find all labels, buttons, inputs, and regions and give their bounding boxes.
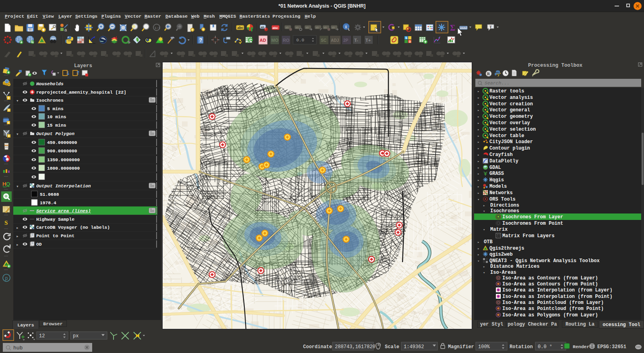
- svg-text:Hqgis: Hqgis: [489, 177, 504, 183]
- svg-text:Vector selection: Vector selection: [489, 127, 536, 132]
- svg-text:Coordinate: Coordinate: [303, 344, 332, 350]
- svg-text:SC: SC: [321, 38, 326, 43]
- svg-text:p: p: [5, 276, 8, 281]
- svg-text:T-: T-: [354, 38, 358, 43]
- svg-text:Service area (lines): Service area (lines): [36, 209, 91, 213]
- svg-text:Distance Matrices: Distance Matrices: [490, 264, 539, 269]
- svg-text:▸: ▸: [483, 204, 485, 208]
- svg-text:GDAL: GDAL: [489, 165, 501, 170]
- svg-text:T+: T+: [365, 38, 371, 43]
- svg-text:Layers: Layers: [74, 63, 92, 69]
- svg-text:▸: ▸: [477, 185, 479, 189]
- svg-text:Highway Sample: Highway Sample: [36, 217, 74, 222]
- svg-text:reprojected_amenity_hospital [: reprojected_amenity_hospital [22]: [36, 90, 126, 95]
- svg-text:▾: ▾: [483, 209, 485, 213]
- svg-text:Matrix: Matrix: [490, 227, 508, 232]
- svg-text:Search...: Search...: [485, 80, 510, 86]
- svg-text:Households: Households: [36, 82, 64, 86]
- svg-text:▸: ▸: [16, 242, 19, 247]
- svg-text:450.0000000: 450.0000000: [47, 140, 77, 145]
- svg-text:▸: ▸: [477, 96, 479, 100]
- svg-text:Point to Point: Point to Point: [36, 234, 74, 238]
- svg-text:Vector table: Vector table: [489, 133, 524, 139]
- svg-text:ORS Tools: ORS Tools: [489, 197, 516, 202]
- svg-text:R: R: [487, 72, 490, 76]
- svg-text:H: H: [2, 181, 6, 187]
- svg-text:▸: ▸: [477, 128, 479, 132]
- svg-text:GRASS: GRASS: [489, 171, 504, 176]
- svg-text:CityJSON Loader: CityJSON Loader: [489, 139, 533, 145]
- svg-text:▸: ▸: [477, 134, 479, 138]
- svg-text:ab: ab: [332, 26, 335, 29]
- svg-text:abc: abc: [237, 26, 244, 30]
- svg-text:▸: ▸: [477, 166, 479, 170]
- svg-text:?: ?: [199, 37, 202, 43]
- svg-text:abc: abc: [272, 26, 278, 30]
- svg-text:▾: ▾: [477, 259, 479, 263]
- svg-text:Output Interpolation: Output Interpolation: [36, 184, 91, 189]
- svg-text:i: i: [345, 24, 347, 29]
- svg-text:Output Polygon: Output Polygon: [36, 131, 74, 136]
- svg-text:▸: ▸: [477, 240, 479, 244]
- svg-text:▾: ▾: [483, 271, 485, 275]
- svg-text:QNEAT3 - Qgis Network Analysis: QNEAT3 - Qgis Network Analysis Toolbox: [489, 258, 600, 264]
- svg-text:▸: ▸: [477, 90, 479, 94]
- svg-text:12: 12: [39, 333, 45, 339]
- svg-text:ab: ab: [324, 26, 327, 29]
- svg-text:900.0000000: 900.0000000: [47, 149, 77, 154]
- svg-text:px: px: [73, 333, 78, 339]
- svg-text:▸: ▸: [477, 253, 479, 257]
- svg-text:EPSG:32651: EPSG:32651: [597, 344, 626, 350]
- svg-text:hub: hub: [13, 345, 23, 351]
- svg-text:OTB: OTB: [484, 239, 493, 245]
- svg-text:Contour plugin: Contour plugin: [489, 146, 530, 151]
- svg-text:▸: ▸: [483, 265, 485, 269]
- svg-text:ab: ab: [316, 26, 319, 29]
- svg-text:Magnifier: Magnifier: [448, 344, 474, 350]
- svg-text:ADJ: ADJ: [331, 38, 339, 43]
- svg-text:▾: ▾: [477, 198, 479, 202]
- svg-text:5 mins: 5 mins: [47, 107, 64, 111]
- svg-text:Iso-Area as Pointcloud (from L: Iso-Area as Pointcloud (from Layer): [502, 300, 604, 306]
- svg-text:Iso-Area as Interpolation (fro: Iso-Area as Interpolation (from Point): [502, 294, 613, 300]
- svg-text:Isochrones: Isochrones: [490, 208, 519, 214]
- svg-text:a: a: [64, 27, 67, 32]
- svg-text:MO: MO: [271, 38, 279, 43]
- svg-text:1978.4: 1978.4: [40, 201, 56, 205]
- svg-text:Iso-Area as Polygons (from Lay: Iso-Area as Polygons (from Layer): [502, 312, 598, 318]
- svg-text:ab: ab: [305, 26, 309, 29]
- svg-text:Vector geometry: Vector geometry: [489, 114, 533, 119]
- svg-text:10 mins: 10 mins: [47, 115, 66, 119]
- svg-text:Iso-Area as Pointcloud (from P: Iso-Area as Pointcloud (from Point): [502, 306, 604, 312]
- svg-text:288743,1617820: 288743,1617820: [335, 344, 376, 350]
- svg-text:Rotation: Rotation: [510, 344, 533, 350]
- svg-text:Render: Render: [573, 344, 590, 349]
- svg-text:▸: ▸: [477, 191, 479, 195]
- svg-text:▸: ▸: [477, 179, 479, 183]
- svg-text:Vector creation: Vector creation: [489, 101, 533, 107]
- svg-text:Iso-Area as Contours (from Poi: Iso-Area as Contours (from Point): [502, 281, 598, 287]
- svg-text:0.0: 0.0: [296, 38, 304, 43]
- svg-text:15 mins: 15 mins: [47, 123, 66, 128]
- svg-text:▸: ▸: [477, 160, 479, 164]
- svg-text:Iso-Area as Interpolation (fro: Iso-Area as Interpolation (from Layer): [502, 287, 613, 293]
- svg-text:qgis2web: qgis2web: [489, 252, 513, 257]
- svg-text:Iso-Area as Contours (from Lay: Iso-Area as Contours (from Layer): [502, 275, 598, 281]
- svg-text:Isochrones From Point: Isochrones From Point: [502, 221, 563, 226]
- svg-text:51.0688: 51.0688: [40, 192, 59, 197]
- svg-text:Raster tools: Raster tools: [489, 88, 524, 94]
- svg-text:ab: ab: [261, 25, 264, 29]
- svg-text:▸: ▸: [477, 140, 479, 144]
- svg-text:1350.0000000: 1350.0000000: [47, 158, 80, 162]
- svg-text:D: D: [409, 40, 411, 43]
- svg-text:Networks: Networks: [489, 190, 513, 196]
- svg-text:ab: ab: [295, 26, 299, 29]
- svg-text:Qgis2threejs: Qgis2threejs: [489, 246, 524, 251]
- svg-text:ab: ab: [285, 26, 289, 29]
- svg-text:AD: AD: [260, 38, 266, 43]
- svg-text:1:49362: 1:49362: [404, 344, 424, 350]
- svg-text:Directions: Directions: [490, 203, 519, 208]
- svg-text:1800.0000000: 1800.0000000: [47, 166, 80, 171]
- svg-text:Vector general: Vector general: [489, 107, 530, 113]
- svg-text:Isochrones: Isochrones: [36, 98, 64, 103]
